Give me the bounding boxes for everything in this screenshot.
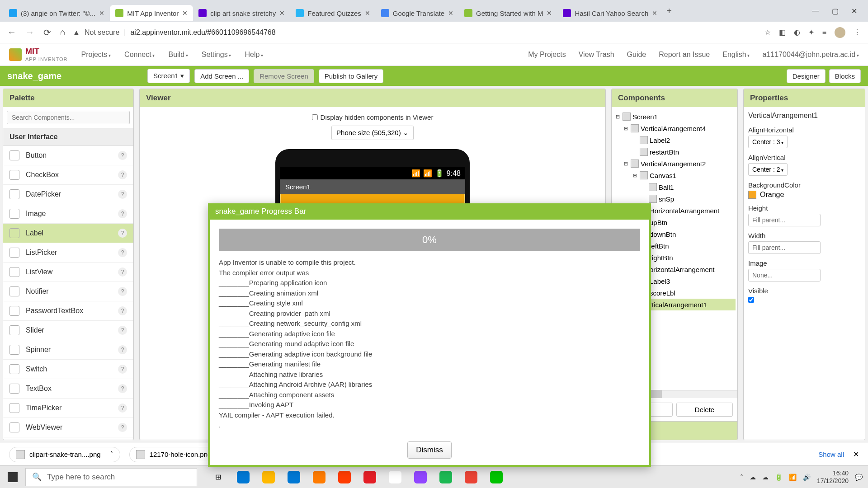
- progress-bar: 0%: [219, 229, 640, 251]
- dismiss-button[interactable]: Dismiss: [407, 441, 452, 459]
- compile-log: App Inventor is unable to compile this p…: [219, 258, 640, 431]
- progress-dialog: snake_game Progress Bar 0% App Inventor …: [208, 203, 651, 467]
- dialog-title: snake_game Progress Bar: [208, 203, 651, 220]
- modal-overlay: snake_game Progress Bar 0% App Inventor …: [0, 0, 868, 488]
